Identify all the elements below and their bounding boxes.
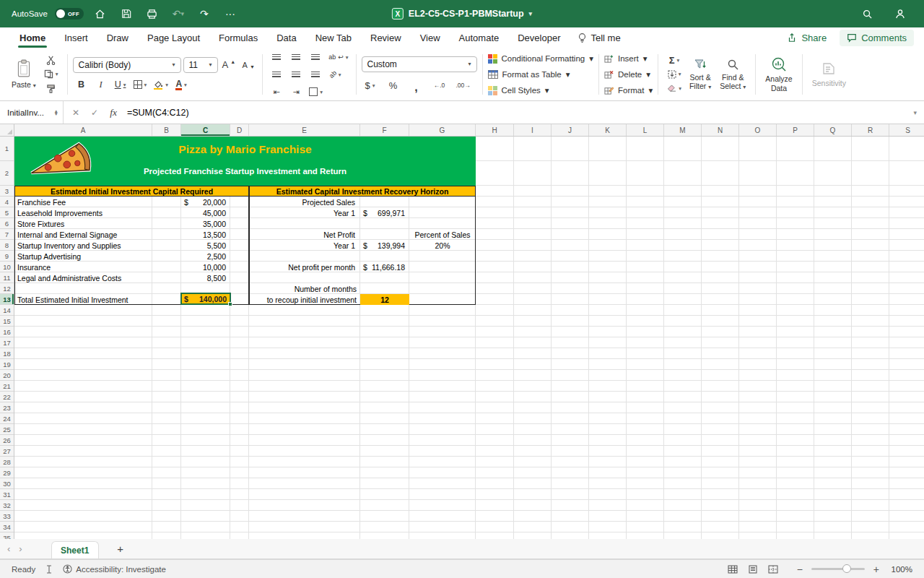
search-icon[interactable] xyxy=(858,4,876,23)
column-header-L[interactable]: L xyxy=(627,124,664,136)
row-header-11[interactable]: 11 xyxy=(0,272,14,283)
align-bottom-icon[interactable] xyxy=(307,50,324,65)
normal-view-icon[interactable] xyxy=(728,565,738,574)
row-header-5[interactable]: 5 xyxy=(0,207,14,218)
row-header-28[interactable]: 28 xyxy=(0,457,14,467)
cell-A11[interactable]: Legal and Administrative Costs xyxy=(15,272,151,283)
column-header-C[interactable]: C xyxy=(181,124,230,136)
clear-button[interactable]: ▾ xyxy=(665,82,684,95)
increase-indent-icon[interactable]: ⇥ xyxy=(287,85,305,100)
name-box-stepper[interactable]: ▲▼ xyxy=(54,110,60,115)
column-header-N[interactable]: N xyxy=(702,124,739,136)
format-as-table-button[interactable]: Format as Table▾ xyxy=(488,67,593,82)
column-header-P[interactable]: P xyxy=(777,124,814,136)
keyboard-mode-icon[interactable] xyxy=(44,565,54,574)
account-icon[interactable] xyxy=(891,4,910,23)
cell-C5[interactable]: 45,000 xyxy=(181,207,230,218)
tab-automate[interactable]: Automate xyxy=(450,27,509,48)
increase-decimal-button[interactable]: ←.0 xyxy=(431,78,448,93)
row-header-19[interactable]: 19 xyxy=(0,359,14,370)
bold-button[interactable]: B xyxy=(73,77,90,92)
title-banner[interactable]: Pizza by Mario Franchise Projected Franc… xyxy=(14,137,476,186)
tell-me-button[interactable]: Tell me xyxy=(578,33,621,43)
conditional-formatting-button[interactable]: Conditional Formatting▾ xyxy=(488,51,593,66)
insert-cells-button[interactable]: Insert▾ xyxy=(604,51,653,66)
column-header-S[interactable]: S xyxy=(889,124,924,136)
row-header-15[interactable]: 15 xyxy=(0,316,14,327)
column-header-J[interactable]: J xyxy=(552,124,589,136)
tab-data[interactable]: Data xyxy=(267,27,305,48)
row-header-31[interactable]: 31 xyxy=(0,489,14,500)
row-header-22[interactable]: 22 xyxy=(0,392,14,402)
row-header-21[interactable]: 21 xyxy=(0,381,14,392)
page-break-view-icon[interactable] xyxy=(768,565,778,574)
fill-color-button[interactable]: ▾ xyxy=(151,77,170,92)
column-header-G[interactable]: G xyxy=(409,124,476,136)
font-color-button[interactable]: A▾ xyxy=(173,77,190,92)
autosum-button[interactable]: Σ▾ xyxy=(665,53,684,67)
column-header-A[interactable]: A xyxy=(14,124,152,136)
align-center-icon[interactable] xyxy=(287,67,305,82)
tab-developer[interactable]: Developer xyxy=(508,27,570,48)
document-title-area[interactable]: X EL2-C5-CS-P1-PBMStartup ▾ xyxy=(392,8,532,20)
cell-C9[interactable]: 2,500 xyxy=(181,251,230,262)
cell-C4[interactable]: $20,000 xyxy=(181,197,230,207)
page-layout-view-icon[interactable] xyxy=(748,565,758,574)
decrease-decimal-button[interactable]: .00→ xyxy=(454,78,473,93)
share-button[interactable]: Share xyxy=(780,30,834,46)
right-table-header[interactable]: Estimated Capital Investment Recovery Ho… xyxy=(249,186,476,197)
row-header-20[interactable]: 20 xyxy=(0,370,14,381)
row-header-25[interactable]: 25 xyxy=(0,424,14,435)
zoom-out-icon[interactable]: − xyxy=(797,564,803,575)
cell-G7[interactable]: Percent of Sales xyxy=(409,229,476,240)
column-header-M[interactable]: M xyxy=(664,124,702,136)
accessibility-status[interactable]: Accessibility: Investigate xyxy=(63,564,166,574)
row-header-24[interactable]: 24 xyxy=(0,413,14,424)
cell-E8[interactable]: Year 1 xyxy=(249,240,357,251)
selected-cell-C13[interactable]: $ 140,000 xyxy=(180,293,231,305)
row-header-10[interactable]: 10 xyxy=(0,262,14,272)
cell-E5[interactable]: Year 1 xyxy=(249,207,357,218)
decrease-font-size-button[interactable]: A▼ xyxy=(240,57,257,72)
row-header-35[interactable]: 35 xyxy=(0,532,14,539)
tab-home[interactable]: Home xyxy=(10,27,55,48)
cancel-icon[interactable]: ✕ xyxy=(72,108,79,118)
tab-new-tab[interactable]: New Tab xyxy=(306,27,361,48)
increase-font-size-button[interactable]: A▲ xyxy=(220,57,238,72)
cell-A8[interactable]: Startup Inventory and Supplies xyxy=(15,240,151,251)
format-painter-button[interactable] xyxy=(42,82,61,95)
italic-button[interactable]: I xyxy=(92,77,110,92)
row-header-18[interactable]: 18 xyxy=(0,348,14,359)
row-header-29[interactable]: 29 xyxy=(0,467,14,478)
paste-button[interactable]: Paste ▾ xyxy=(7,51,40,98)
cell-A10[interactable]: Insurance xyxy=(15,262,151,272)
zoom-in-icon[interactable]: + xyxy=(873,564,879,575)
analyze-data-button[interactable]: AnalyzeData xyxy=(761,51,796,98)
zoom-slider-thumb[interactable] xyxy=(842,564,851,573)
number-format-select[interactable]: Custom▾ xyxy=(362,56,477,72)
add-sheet-button[interactable]: + xyxy=(113,541,128,556)
column-header-F[interactable]: F xyxy=(360,124,409,136)
select-all-button[interactable] xyxy=(0,124,14,137)
merge-center-icon[interactable]: ▾ xyxy=(307,85,325,100)
redo-icon[interactable]: ↷ xyxy=(195,4,214,23)
column-header-R[interactable]: R xyxy=(852,124,889,136)
row-header-13[interactable]: 13 xyxy=(0,294,14,305)
zoom-percentage[interactable]: 100% xyxy=(888,565,912,574)
next-sheet-icon[interactable]: › xyxy=(19,543,22,554)
prev-sheet-icon[interactable]: ‹ xyxy=(7,543,10,554)
cell-A9[interactable]: Startup Advertising xyxy=(15,251,151,262)
column-header-I[interactable]: I xyxy=(514,124,552,136)
print-icon[interactable] xyxy=(143,4,162,23)
comments-button[interactable]: Comments xyxy=(840,30,914,46)
expand-formula-bar-icon[interactable]: ▾ xyxy=(913,109,924,116)
cell-G8[interactable]: 20% xyxy=(409,240,476,251)
tab-review[interactable]: Review xyxy=(361,27,411,48)
row-header-7[interactable]: 7 xyxy=(0,229,14,240)
row-header-26[interactable]: 26 xyxy=(0,435,14,446)
cell-F10[interactable]: $11,666.18 xyxy=(360,262,409,272)
copy-button[interactable]: ▾ xyxy=(42,67,61,81)
left-table-header[interactable]: Estimated Initial Investment Capital Req… xyxy=(14,186,249,197)
underline-button[interactable]: U▾ xyxy=(112,77,129,92)
row-header-27[interactable]: 27 xyxy=(0,446,14,457)
